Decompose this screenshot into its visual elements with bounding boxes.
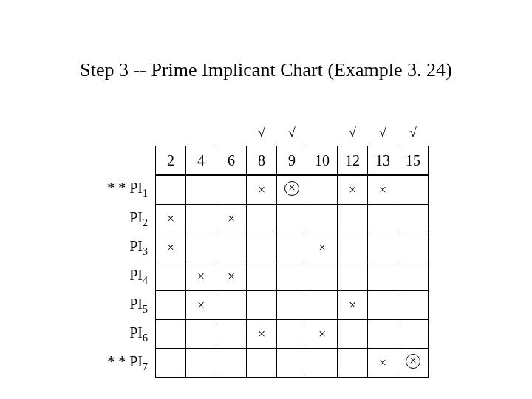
cell: × — [277, 175, 307, 205]
circled-x-icon: × — [406, 354, 420, 369]
cell — [186, 175, 216, 205]
cell: × — [156, 205, 186, 233]
column-header: 12 — [338, 146, 368, 175]
cell — [307, 291, 338, 320]
check-mark: √ — [247, 118, 277, 146]
cell: × — [307, 320, 338, 349]
cell — [368, 233, 398, 262]
row-label: * * PI7 — [89, 349, 156, 378]
column-header: 6 — [216, 146, 247, 175]
cell — [338, 349, 368, 378]
check-mark — [186, 118, 216, 146]
column-header: 8 — [247, 146, 277, 175]
page-title: Step 3 -- Prime Implicant Chart (Example… — [0, 59, 532, 81]
cell — [368, 205, 398, 233]
cell — [307, 205, 338, 233]
cell: × — [247, 320, 277, 349]
prime-implicant-chart: √√√√√ 2468910121315 * * PI1××××PI2××PI3×… — [89, 118, 429, 378]
table-row: * * PI1×××× — [89, 175, 429, 205]
cell — [398, 291, 429, 320]
cell — [247, 349, 277, 378]
cell — [156, 320, 186, 349]
table-row: PI3×× — [89, 233, 429, 262]
row-label: PI4 — [89, 262, 156, 291]
cell — [338, 233, 368, 262]
cell — [186, 349, 216, 378]
cell: × — [368, 175, 398, 205]
cell: × — [156, 233, 186, 262]
cell — [156, 349, 186, 378]
cell — [156, 291, 186, 320]
cell — [307, 262, 338, 291]
cell — [247, 262, 277, 291]
cell — [368, 320, 398, 349]
pi-table: √√√√√ 2468910121315 * * PI1××××PI2××PI3×… — [89, 118, 429, 378]
cell — [247, 233, 277, 262]
cell — [277, 349, 307, 378]
cell — [156, 262, 186, 291]
column-header: 9 — [277, 146, 307, 175]
cell — [156, 175, 186, 205]
check-mark — [156, 118, 186, 146]
check-mark: √ — [368, 118, 398, 146]
cell: × — [247, 175, 277, 205]
cell — [277, 233, 307, 262]
table-row: PI6×× — [89, 320, 429, 349]
cell — [186, 320, 216, 349]
header-row: 2468910121315 — [89, 146, 429, 175]
cell: × — [338, 175, 368, 205]
row-label: PI2 — [89, 205, 156, 233]
row-label: PI6 — [89, 320, 156, 349]
cell: × — [368, 349, 398, 378]
cell — [398, 175, 429, 205]
cell — [338, 205, 368, 233]
cell: × — [216, 262, 247, 291]
cell — [307, 349, 338, 378]
cell — [216, 349, 247, 378]
check-row: √√√√√ — [89, 118, 429, 146]
row-label: PI5 — [89, 291, 156, 320]
cell — [307, 175, 338, 205]
cell: × — [338, 291, 368, 320]
cell: × — [307, 233, 338, 262]
cell — [338, 320, 368, 349]
row-label: * * PI1 — [89, 175, 156, 205]
column-header: 2 — [156, 146, 186, 175]
cell: × — [398, 349, 429, 378]
cell — [398, 320, 429, 349]
check-mark: √ — [338, 118, 368, 146]
cell — [216, 233, 247, 262]
cell — [247, 291, 277, 320]
table-row: * * PI7×× — [89, 349, 429, 378]
cell — [368, 262, 398, 291]
cell: × — [216, 205, 247, 233]
check-mark: √ — [398, 118, 429, 146]
circled-x-icon: × — [284, 181, 299, 196]
cell — [216, 291, 247, 320]
column-header: 15 — [398, 146, 429, 175]
table-row: PI2×× — [89, 205, 429, 233]
cell: × — [186, 291, 216, 320]
cell — [277, 320, 307, 349]
check-mark: √ — [277, 118, 307, 146]
cell — [216, 320, 247, 349]
cell — [398, 233, 429, 262]
row-label: PI3 — [89, 233, 156, 262]
check-mark — [307, 118, 338, 146]
cell — [186, 233, 216, 262]
cell — [186, 205, 216, 233]
check-mark — [216, 118, 247, 146]
column-header: 10 — [307, 146, 338, 175]
cell — [216, 175, 247, 205]
table-row: PI4×× — [89, 262, 429, 291]
page: Step 3 -- Prime Implicant Chart (Example… — [0, 0, 532, 399]
table-row: PI5×× — [89, 291, 429, 320]
cell — [247, 205, 277, 233]
cell — [277, 205, 307, 233]
cell — [398, 262, 429, 291]
cell — [398, 205, 429, 233]
column-header: 13 — [368, 146, 398, 175]
column-header: 4 — [186, 146, 216, 175]
cell — [277, 291, 307, 320]
cell — [368, 291, 398, 320]
